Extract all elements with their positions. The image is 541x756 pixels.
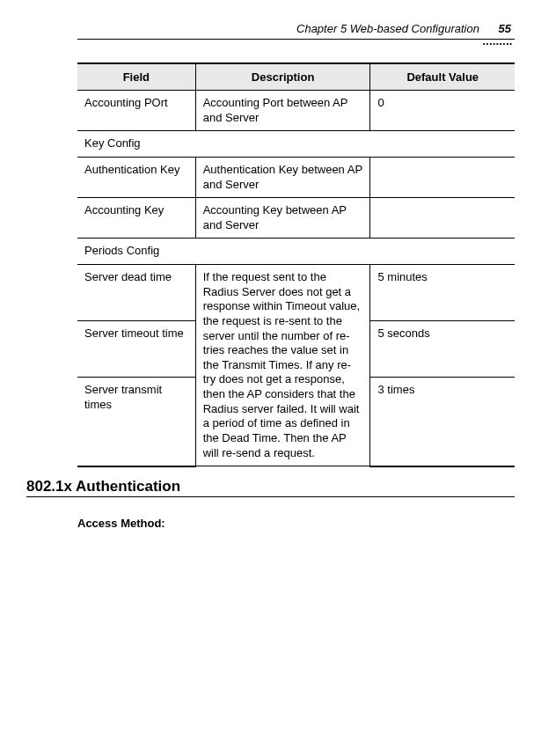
section-label: Key Config — [77, 131, 515, 158]
section-rule — [26, 496, 515, 497]
table-row: Server dead time If the request sent to … — [77, 265, 515, 321]
col-field: Field — [77, 63, 195, 91]
cell-default — [370, 157, 515, 197]
col-default: Default Value — [370, 63, 515, 91]
cell-field: Accounting POrt — [77, 91, 195, 131]
table-section-row: Key Config — [77, 131, 515, 158]
cell-desc: Accounting Port between AP and Server — [195, 91, 370, 131]
page-header: Chapter 5 Web-based Configuration 55 — [26, 22, 515, 39]
header-dots: ••••••••• — [26, 41, 515, 47]
table-row: Accounting Key Accounting Key between AP… — [77, 198, 515, 239]
cell-default: 3 times — [370, 378, 515, 466]
cell-default — [370, 198, 515, 239]
section-label: Periods Config — [77, 239, 515, 265]
cell-desc: Accounting Key between AP and Server — [195, 198, 370, 239]
cell-default: 5 seconds — [370, 321, 515, 378]
cell-desc: Authentication Key between AP and Server — [195, 157, 370, 197]
cell-default: 0 — [370, 91, 515, 131]
cell-field: Server transmit times — [77, 378, 195, 466]
header-rule — [77, 39, 515, 40]
subheading: Access Method: — [77, 517, 515, 530]
config-table: Field Description Default Value Accounti… — [77, 62, 515, 467]
table-section-row: Periods Config — [77, 239, 515, 265]
table-row: Accounting POrt Accounting Port between … — [77, 91, 515, 131]
cell-field: Authentication Key — [77, 157, 195, 197]
section-heading: 802.1x Authentication — [26, 478, 515, 495]
cell-field: Accounting Key — [77, 198, 195, 239]
cell-field: Server timeout time — [77, 321, 195, 378]
page-number: 55 — [499, 22, 511, 35]
cell-desc-merged: If the request sent to the Radius Server… — [195, 265, 370, 466]
cell-field: Server dead time — [77, 265, 195, 321]
chapter-title: Chapter 5 Web-based Configuration — [296, 22, 479, 35]
table-header-row: Field Description Default Value — [77, 63, 515, 91]
table-row: Authentication Key Authentication Key be… — [77, 157, 515, 197]
col-description: Description — [195, 63, 370, 91]
cell-default: 5 minutes — [370, 265, 515, 321]
